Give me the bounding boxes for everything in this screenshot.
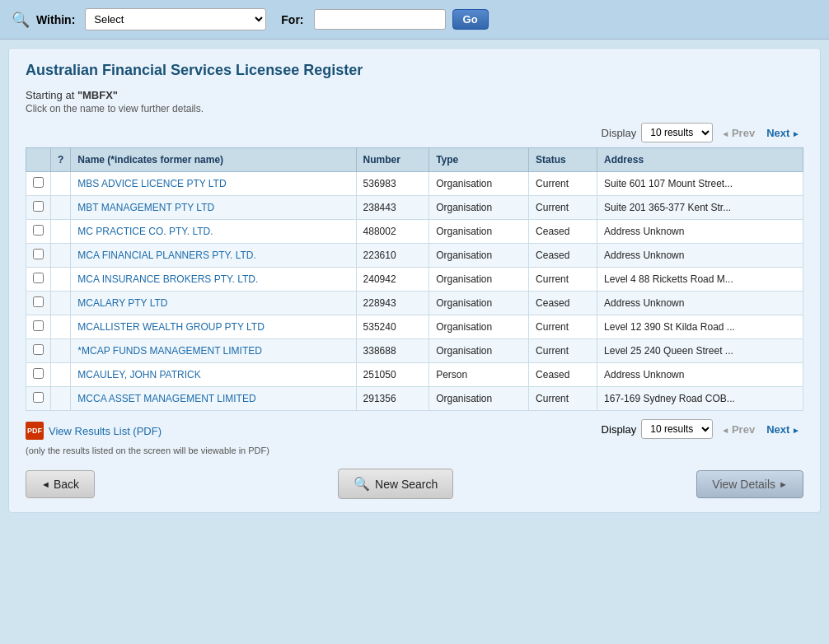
row-number-cell: 488002 <box>356 220 429 244</box>
row-number-cell: 223610 <box>356 244 429 268</box>
row-checkbox-cell <box>26 315 51 339</box>
header-address: Address <box>597 148 803 172</box>
row-checkbox[interactable] <box>33 273 44 283</box>
next-button-top[interactable]: Next <box>763 125 803 141</box>
row-checkbox[interactable] <box>33 225 44 236</box>
row-name-link[interactable]: MCA INSURANCE BROKERS PTY. LTD. <box>77 273 258 285</box>
table-row: MBT MANAGEMENT PTY LTD238443Organisation… <box>26 196 803 220</box>
row-question-cell <box>51 268 71 292</box>
go-button[interactable]: Go <box>452 9 489 30</box>
row-checkbox[interactable] <box>33 392 44 403</box>
results-select-bottom[interactable]: 10 results 25 results 50 results <box>641 419 713 439</box>
row-name-link[interactable]: MCCA ASSET MANAGEMENT LIMITED <box>77 393 255 404</box>
table-row: MC PRACTICE CO. PTY. LTD.488002Organisat… <box>26 220 803 244</box>
row-type-cell: Person <box>429 363 529 387</box>
row-type-cell: Organisation <box>429 387 529 411</box>
row-number-cell: 338688 <box>356 339 429 363</box>
row-name-link[interactable]: MCALLISTER WEALTH GROUP PTY LTD <box>77 321 265 333</box>
row-name-link[interactable]: MBS ADVICE LICENCE PTY LTD <box>77 178 226 189</box>
table-row: MCA INSURANCE BROKERS PTY. LTD.240942Org… <box>26 268 803 292</box>
row-name-link[interactable]: *MCAP FUNDS MANAGEMENT LIMITED <box>77 345 262 357</box>
row-question-cell <box>51 339 71 363</box>
row-address-cell: Address Unknown <box>597 292 803 315</box>
row-number-cell: 228943 <box>356 292 429 315</box>
row-question-cell <box>51 196 71 220</box>
table-row: MCALARY PTY LTD228943OrganisationCeasedA… <box>26 292 803 315</box>
row-address-cell: Suite 201 365-377 Kent Str... <box>597 196 803 220</box>
table-row: MCAULEY, JOHN PATRICK251050PersonCeasedA… <box>26 363 803 387</box>
row-checkbox[interactable] <box>33 177 44 188</box>
row-checkbox-cell <box>26 244 51 268</box>
row-checkbox[interactable] <box>33 201 44 212</box>
row-checkbox[interactable] <box>33 320 44 331</box>
row-name-cell: MC PRACTICE CO. PTY. LTD. <box>71 220 356 244</box>
display-label-bottom: Display <box>602 423 637 436</box>
row-type-cell: Organisation <box>429 244 529 268</box>
row-status-cell: Ceased <box>529 244 597 268</box>
header-number: Number <box>356 148 429 172</box>
row-checkbox[interactable] <box>33 249 44 259</box>
bottom-actions-row: PDF View Results List (PDF) Display 10 r… <box>26 419 803 442</box>
row-checkbox-cell <box>26 339 51 363</box>
row-number-cell: 535240 <box>356 315 429 339</box>
row-address-cell: Level 25 240 Queen Street ... <box>597 339 803 363</box>
row-name-link[interactable]: MCALARY PTY LTD <box>77 297 167 309</box>
prev-button-top[interactable]: Prev <box>718 125 758 141</box>
row-name-cell: MCA FINANCIAL PLANNERS PTY. LTD. <box>71 244 356 268</box>
next-button-bottom[interactable]: Next <box>763 422 803 437</box>
row-name-cell: MCALARY PTY LTD <box>71 292 356 315</box>
row-checkbox[interactable] <box>33 344 44 355</box>
row-status-cell: Current <box>529 339 597 363</box>
row-checkbox-cell <box>26 172 51 196</box>
row-address-cell: Address Unknown <box>597 220 803 244</box>
row-status-cell: Current <box>529 268 597 292</box>
click-hint: Click on the name to view further detail… <box>26 103 803 114</box>
row-number-cell: 536983 <box>356 172 429 196</box>
display-label-top: Display <box>602 127 637 139</box>
for-input[interactable] <box>314 9 446 30</box>
row-type-cell: Organisation <box>429 172 529 196</box>
row-address-cell: Suite 601 107 Mount Street... <box>597 172 803 196</box>
row-type-cell: Organisation <box>429 268 529 292</box>
row-number-cell: 291356 <box>356 387 429 411</box>
bottom-buttons: Back 🔍 New Search View Details <box>26 469 803 499</box>
row-name-cell: MCALLISTER WEALTH GROUP PTY LTD <box>71 315 356 339</box>
new-search-button[interactable]: 🔍 New Search <box>338 469 453 499</box>
row-question-cell <box>51 244 71 268</box>
row-name-link[interactable]: MCA FINANCIAL PLANNERS PTY. LTD. <box>77 250 256 261</box>
starting-at: Starting at "MBFX" <box>26 89 803 101</box>
header-type: Type <box>429 148 529 172</box>
search-icon: 🔍 <box>12 11 30 29</box>
row-question-cell <box>51 387 71 411</box>
table-row: MBS ADVICE LICENCE PTY LTD536983Organisa… <box>26 172 803 196</box>
within-label: Within: <box>36 13 75 26</box>
row-address-cell: Address Unknown <box>597 244 803 268</box>
row-name-link[interactable]: MBT MANAGEMENT PTY LTD <box>77 202 214 213</box>
row-status-cell: Ceased <box>529 363 597 387</box>
row-checkbox-cell <box>26 220 51 244</box>
view-pdf-link[interactable]: View Results List (PDF) <box>49 425 162 437</box>
back-button[interactable]: Back <box>26 470 95 498</box>
row-checkbox[interactable] <box>33 368 44 379</box>
row-status-cell: Ceased <box>529 292 597 315</box>
row-status-cell: Current <box>529 172 597 196</box>
new-search-label: New Search <box>375 478 438 491</box>
top-pagination-row: Display 10 results 25 results 50 results… <box>26 123 803 142</box>
page-title: Australian Financial Services Licensee R… <box>26 62 803 79</box>
table-row: *MCAP FUNDS MANAGEMENT LIMITED338688Orga… <box>26 339 803 363</box>
prev-button-bottom[interactable]: Prev <box>718 422 758 437</box>
row-checkbox-cell <box>26 387 51 411</box>
header-question: ? <box>51 148 71 172</box>
row-checkbox[interactable] <box>33 296 44 307</box>
row-name-link[interactable]: MCAULEY, JOHN PATRICK <box>77 369 200 380</box>
view-details-button[interactable]: View Details <box>696 470 803 498</box>
row-number-cell: 238443 <box>356 196 429 220</box>
results-select-top[interactable]: 10 results 25 results 50 results <box>641 123 713 142</box>
starting-at-prefix: Starting at <box>26 89 77 101</box>
within-select[interactable]: Select Licensee Name Licensee Number <box>85 8 266 30</box>
row-status-cell: Current <box>529 315 597 339</box>
row-name-link[interactable]: MC PRACTICE CO. PTY. LTD. <box>77 226 213 237</box>
pdf-icon: PDF <box>26 422 44 440</box>
table-row: MCA FINANCIAL PLANNERS PTY. LTD.223610Or… <box>26 244 803 268</box>
row-type-cell: Organisation <box>429 339 529 363</box>
